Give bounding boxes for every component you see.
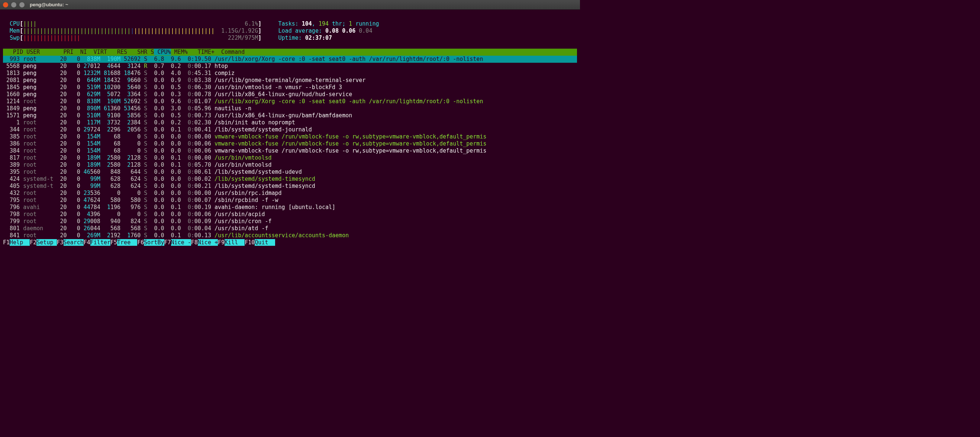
fkey-F4[interactable]: F4 xyxy=(84,239,90,246)
process-row[interactable]: 1845 peng 20 0 519M 10200 5640 S 0.0 0.5… xyxy=(3,84,577,91)
cpu-meter: CPU[|||| 6.1%] Tasks: 104, 194 thr; 1 ru… xyxy=(3,21,577,27)
process-row[interactable]: 384 root 20 0 154M 68 0 S 0.0 0.0 0:00.0… xyxy=(3,147,577,154)
process-row[interactable]: 432 root 20 0 23536 0 0 S 0.0 0.0 0:00.0… xyxy=(3,190,577,197)
fkey-F2[interactable]: F2 xyxy=(30,239,37,246)
process-row[interactable]: 817 root 20 0 189M 2580 2128 S 0.0 0.1 0… xyxy=(3,154,577,162)
window-titlebar: peng@ubuntu: ~ xyxy=(0,0,580,10)
fkey-label: Nice + xyxy=(198,239,218,246)
fkey-F8[interactable]: F8 xyxy=(191,239,198,246)
fkey-F9[interactable]: F9 xyxy=(218,239,224,246)
process-row[interactable]: 1571 peng 20 0 510M 9100 5856 S 0.0 0.5 … xyxy=(3,112,577,119)
swp-meter: Swp[||||||||||||||||| 222M/975M] Uptime:… xyxy=(3,35,577,41)
fkey-F6[interactable]: F6 xyxy=(137,239,144,246)
process-row[interactable]: 1813 peng 20 0 1232M 81688 18476 S 0.0 4… xyxy=(3,70,577,77)
process-row[interactable]: 801 daemon 20 0 26044 568 568 S 0.0 0.0 … xyxy=(3,225,577,232)
process-row[interactable]: 1214 root 20 0 838M 190M 52692 S 0.0 9.6… xyxy=(3,98,577,105)
process-row[interactable]: 1660 peng 20 0 629M 5072 3364 S 0.0 0.3 … xyxy=(3,91,577,98)
fkey-label: Help xyxy=(10,239,30,246)
fkey-label: Filter xyxy=(90,239,110,246)
fkey-label: Quit xyxy=(255,239,275,246)
process-row[interactable]: 386 root 20 0 154M 68 0 S 0.0 0.0 0:00.0… xyxy=(3,140,577,147)
fkey-F3[interactable]: F3 xyxy=(57,239,64,246)
process-row[interactable]: 795 root 20 0 47624 580 580 S 0.0 0.0 0:… xyxy=(3,197,577,204)
process-row[interactable]: 389 root 20 0 189M 2580 2128 S 0.0 0.1 0… xyxy=(3,162,577,169)
process-row[interactable]: 424 systemd-t 20 0 99M 628 624 S 0.0 0.0… xyxy=(3,176,577,183)
fkey-label: Nice - xyxy=(171,239,191,246)
process-row[interactable]: 798 root 20 0 4396 0 0 S 0.0 0.0 0:00.06… xyxy=(3,211,577,218)
fkey-F5[interactable]: F5 xyxy=(110,239,117,246)
process-row[interactable]: 1 root 20 0 117M 3732 2384 S 0.0 0.2 0:0… xyxy=(3,119,577,126)
window-title: peng@ubuntu: ~ xyxy=(30,1,68,8)
process-row[interactable]: 993 root 20 0 838M 190M 52692 S 6.8 9.6 … xyxy=(3,56,577,63)
process-row[interactable]: 344 root 20 0 29724 2296 2056 S 0.0 0.1 … xyxy=(3,126,577,133)
process-row[interactable]: 385 root 20 0 154M 68 0 S 0.0 0.0 0:00.0… xyxy=(3,133,577,140)
process-row[interactable]: 5568 peng 20 0 27012 4644 3124 R 0.7 0.2… xyxy=(3,63,577,70)
footer-bar: F1Help F2Setup F3SearchF4FilterF5Tree F6… xyxy=(3,239,577,246)
process-header[interactable]: PID USER PRI NI VIRT RES SHR S CPU% MEM%… xyxy=(3,49,577,56)
fkey-label: Search xyxy=(64,239,84,246)
process-row[interactable]: 2081 peng 20 0 646M 18432 9660 S 0.0 0.9… xyxy=(3,77,577,84)
fkey-label: Kill xyxy=(224,239,245,246)
fkey-label: Tree xyxy=(117,239,137,246)
window-close-button[interactable] xyxy=(3,2,8,8)
window-maximize-button[interactable] xyxy=(19,2,24,8)
mem-meter: Mem[||||||||||||||||||||||||||||||||||||… xyxy=(3,27,577,35)
process-row[interactable]: 395 root 20 0 46560 848 644 S 0.0 0.0 0:… xyxy=(3,169,577,176)
process-row[interactable]: 841 root 20 0 269M 2192 1760 S 0.0 0.1 0… xyxy=(3,232,577,239)
fkey-label: SortBy xyxy=(144,239,164,246)
process-row[interactable]: 405 systemd-t 20 0 99M 628 624 S 0.0 0.0… xyxy=(3,183,577,190)
fkey-F10[interactable]: F10 xyxy=(245,239,255,246)
terminal-area[interactable]: CPU[|||| 6.1%] Tasks: 104, 194 thr; 1 ru… xyxy=(0,10,580,246)
process-row[interactable]: 796 avahi 20 0 44784 1196 976 S 0.0 0.1 … xyxy=(3,204,577,211)
window-minimize-button[interactable] xyxy=(11,2,16,8)
fkey-F1[interactable]: F1 xyxy=(3,239,10,246)
process-row[interactable]: 799 root 20 0 29008 940 824 S 0.0 0.0 0:… xyxy=(3,218,577,225)
fkey-label: Setup xyxy=(37,239,57,246)
fkey-F7[interactable]: F7 xyxy=(164,239,171,246)
process-row[interactable]: 1849 peng 20 0 890M 61360 53456 S 0.0 3.… xyxy=(3,105,577,112)
